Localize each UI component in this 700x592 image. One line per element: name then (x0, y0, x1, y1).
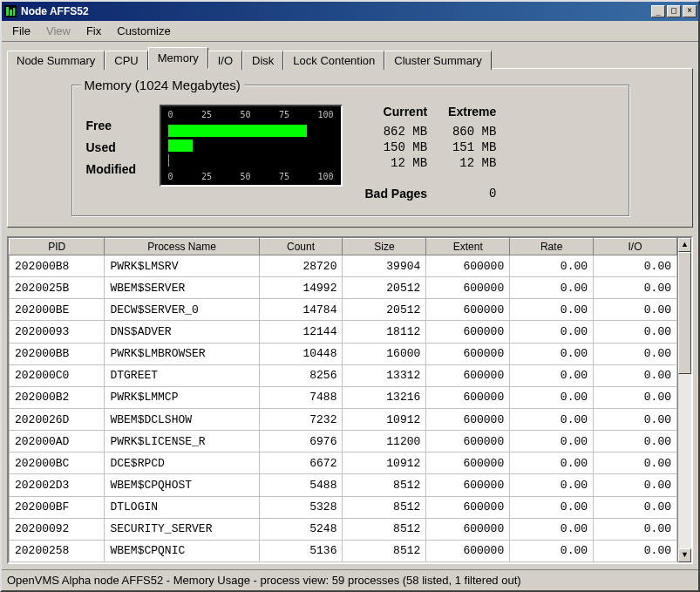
memory-legend: Memory (1024 Megabytes) (81, 78, 244, 92)
menu-file[interactable]: File (5, 23, 37, 39)
cell-rate: 0.00 (510, 540, 594, 561)
axis-tick: 50 (240, 110, 250, 119)
tab-disk[interactable]: Disk (242, 51, 283, 70)
cell-count: 5136 (259, 540, 343, 561)
cell-pid: 2020025B (10, 277, 105, 299)
cell-pid: 202000BE (10, 299, 105, 321)
tab-memory[interactable]: Memory (148, 47, 208, 69)
cell-extent: 600000 (426, 364, 510, 386)
cell-pid: 20200258 (10, 540, 105, 561)
cell-count: 6672 (259, 453, 343, 474)
bar-used (168, 139, 194, 152)
axis-tick: 100 (317, 110, 333, 119)
col-extreme: Extreme (438, 105, 506, 124)
col-size[interactable]: Size (343, 239, 426, 255)
cell-count: 5488 (259, 474, 343, 496)
cell-io: 0.00 (594, 496, 677, 518)
table-row[interactable]: 202002D3WBEM$CPQHOST548885126000000.000.… (10, 474, 677, 496)
used-extreme: 151 MB (438, 139, 506, 155)
table-row[interactable]: 202000B2PWRK$LMMCP7488132166000000.000.0… (10, 386, 677, 408)
cell-rate: 0.00 (510, 255, 594, 277)
chart-axis-bottom: 0 25 50 75 100 (168, 172, 334, 181)
cell-count: 12144 (259, 321, 343, 343)
cell-io: 0.00 (594, 321, 677, 343)
table-row[interactable]: 202000ADPWRK$LICENSE_R6976112006000000.0… (10, 431, 677, 453)
table-row[interactable]: 202000C0DTGREET8256133126000000.000.00 (10, 364, 677, 386)
cell-rate: 0.00 (510, 518, 594, 540)
cell-size: 20512 (343, 299, 426, 321)
cell-size: 10912 (343, 453, 426, 474)
tab-lock-contention[interactable]: Lock Contention (283, 51, 384, 70)
col-rate[interactable]: Rate (510, 239, 594, 255)
cell-count: 5328 (259, 496, 343, 518)
table-row[interactable]: 202000BFDTLOGIN532885126000000.000.00 (10, 496, 677, 518)
minimize-button[interactable]: _ (651, 5, 665, 17)
cell-pid: 202000BB (10, 343, 105, 364)
svg-rect-3 (13, 8, 15, 16)
axis-tick: 50 (240, 172, 250, 181)
cell-io: 0.00 (594, 277, 677, 299)
cell-rate: 0.00 (510, 386, 594, 408)
col-io[interactable]: I/O (594, 239, 677, 255)
scroll-track[interactable] (678, 252, 691, 548)
modified-extreme: 12 MB (438, 155, 506, 171)
cell-count: 7488 (259, 386, 343, 408)
cell-size: 18112 (343, 321, 426, 343)
menubar: File View Fix Customize (2, 21, 698, 42)
cell-extent: 600000 (426, 386, 510, 408)
cell-rate: 0.00 (510, 408, 594, 430)
cell-rate: 0.00 (510, 496, 594, 518)
cell-pid: 202000BF (10, 496, 105, 518)
table-row[interactable]: 202000BEDECW$SERVER_014784205126000000.0… (10, 299, 677, 321)
cell-name: PWRK$LMSRV (105, 255, 259, 277)
col-extent[interactable]: Extent (426, 239, 510, 255)
axis-tick: 25 (201, 172, 212, 181)
cell-name: PWRK$LMBROWSER (105, 343, 259, 364)
svg-rect-2 (10, 10, 12, 16)
tab-cluster-summary[interactable]: Cluster Summary (384, 51, 491, 70)
table-row[interactable]: 2020026DWBEM$DCLSHOW7232109126000000.000… (10, 408, 677, 430)
tab-cpu[interactable]: CPU (105, 51, 147, 70)
cell-rate: 0.00 (510, 364, 594, 386)
cell-extent: 600000 (426, 453, 510, 474)
col-process-name[interactable]: Process Name (105, 239, 259, 255)
cell-size: 39904 (343, 255, 426, 277)
col-pid[interactable]: PID (10, 239, 105, 255)
cell-extent: 600000 (426, 408, 510, 430)
table-row[interactable]: 20200093DNS$ADVER12144181126000000.000.0… (10, 321, 677, 343)
col-count[interactable]: Count (259, 239, 343, 255)
cell-rate: 0.00 (510, 474, 594, 496)
table-row[interactable]: 20200092SECURITY_SERVER524885126000000.0… (10, 518, 677, 540)
memory-panel: Memory (1024 Megabytes) Free Used Modifi… (7, 68, 693, 228)
table-row[interactable]: 20200258WBEM$CPQNIC513685126000000.000.0… (10, 540, 677, 561)
memory-fieldset: Memory (1024 Megabytes) Free Used Modifi… (71, 85, 629, 216)
cell-name: DTGREET (105, 364, 259, 386)
cell-io: 0.00 (594, 255, 677, 277)
memory-row-labels: Free Used Modified (86, 105, 147, 176)
cell-extent: 600000 (426, 431, 510, 453)
table-row[interactable]: 202000B8PWRK$LMSRV28720399046000000.000.… (10, 255, 677, 277)
vertical-scrollbar[interactable]: ▲ ▼ (677, 238, 691, 562)
cell-io: 0.00 (594, 386, 677, 408)
cell-name: PWRK$LMMCP (105, 386, 259, 408)
menu-fix[interactable]: Fix (79, 23, 108, 39)
scroll-thumb[interactable] (678, 252, 691, 374)
cell-extent: 600000 (426, 299, 510, 321)
scroll-down-button[interactable]: ▼ (678, 548, 691, 562)
process-table[interactable]: PID Process Name Count Size Extent Rate … (9, 238, 677, 562)
table-row[interactable]: 202000BCDCE$RPCD6672109126000000.000.00 (10, 453, 677, 474)
cell-size: 20512 (343, 277, 426, 299)
maximize-button[interactable]: □ (667, 5, 681, 17)
table-row[interactable]: 202000BBPWRK$LMBROWSER10448160006000000.… (10, 343, 677, 364)
tab-node-summary[interactable]: Node Summary (7, 51, 105, 70)
axis-tick: 0 (168, 172, 173, 181)
titlebar[interactable]: Node AFFS52 _ □ × (2, 2, 698, 21)
scroll-up-button[interactable]: ▲ (678, 238, 691, 252)
cell-rate: 0.00 (510, 431, 594, 453)
menu-customize[interactable]: Customize (110, 23, 177, 39)
close-button[interactable]: × (683, 5, 697, 17)
tab-io[interactable]: I/O (208, 51, 242, 70)
bad-pages-value: 0 (438, 171, 506, 201)
table-row[interactable]: 2020025BWBEM$SERVER14992205126000000.000… (10, 277, 677, 299)
modified-current: 12 MB (355, 155, 438, 171)
